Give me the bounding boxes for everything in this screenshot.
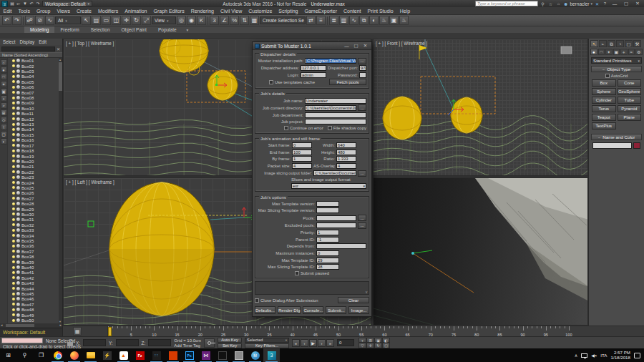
menu-civil-view[interactable]: Civil View [217,9,245,14]
visibility-bulb-icon[interactable] [12,197,15,200]
workspace-dropdown[interactable]: Workspace: Default [42,1,92,6]
zoom-extents-icon[interactable]: ▣ [374,338,382,343]
time-slider-handle[interactable] [108,327,112,336]
redo-icon[interactable]: ↷ [12,16,21,25]
dispatcher-address-field[interactable]: 127.0.0.1 [301,65,326,71]
list-item[interactable]: Box19 [8,153,59,158]
password-field[interactable] [359,72,366,78]
ribbon-tab-selection[interactable]: Selection [85,26,116,33]
list-item[interactable]: Box17 [8,143,59,148]
angle-snap-icon[interactable]: ∠ [220,16,229,25]
visibility-bulb-icon[interactable] [12,245,15,248]
tab-modify[interactable]: ⌁ [599,40,607,47]
next-frame-button[interactable]: › [318,339,326,347]
list-item[interactable]: Box50 [8,318,59,323]
visibility-bulb-icon[interactable] [12,86,15,89]
visibility-bulb-icon[interactable] [12,64,15,67]
selection-region-icon[interactable]: ▭ [102,16,111,25]
orbit-icon[interactable]: ↻ [374,343,382,348]
explorer-menu-select[interactable]: Select [3,39,16,44]
taskbar-visual-studio-icon[interactable]: ⋈ [197,348,214,362]
visibility-bulb-icon[interactable] [12,202,15,205]
visibility-bulb-icon[interactable] [12,223,15,226]
go-start-button[interactable]: « [292,339,300,347]
tab-display[interactable]: ▢ [625,40,633,47]
mirror-icon[interactable]: ⇄ [306,16,316,25]
list-item[interactable]: Box29 [8,206,59,211]
cylinder-button[interactable]: Cylinder [592,97,616,104]
visibility-bulb-icon[interactable] [12,218,15,221]
display-bones-icon[interactable]: ⌇ [1,124,7,130]
list-item[interactable]: Box12 [8,116,59,121]
torus-button[interactable]: Torus [592,105,616,112]
visibility-bulb-icon[interactable] [12,150,15,152]
scale-icon[interactable]: ⤢ [142,16,151,25]
pan-icon[interactable]: ✛ [366,343,374,348]
taskbar-chrome-icon[interactable] [49,348,66,362]
list-item[interactable]: Box02 [8,63,59,68]
list-item[interactable]: Box43 [8,280,59,285]
display-none-icon[interactable]: ○ [1,59,7,66]
spinner-snap-icon[interactable]: ⇅ [240,16,249,25]
by-frame-field[interactable]: 1 [292,156,312,162]
visibility-bulb-icon[interactable] [12,207,15,210]
console-button[interactable]: Console... [303,306,323,314]
list-item[interactable]: Box06 [8,84,59,89]
select-by-name-icon[interactable]: ▤ [92,16,101,25]
submit-paused-checkbox[interactable] [295,271,299,275]
curve-editor-icon[interactable]: ∿ [349,16,358,25]
visibility-bulb-icon[interactable] [12,97,15,99]
taskbar-file-explorer-icon[interactable] [82,348,99,362]
maximum-instances-field[interactable]: 0 [316,250,339,256]
x-coordinate-field[interactable] [83,339,106,346]
previous-frame-button[interactable]: ‹ [301,339,308,347]
visibility-bulb-icon[interactable] [12,144,15,147]
key-filters-button[interactable]: Key Filters... [245,343,289,348]
visibility-bulb-icon[interactable] [12,139,15,142]
visibility-bulb-icon[interactable] [12,123,15,126]
taskbar-remote-app-icon[interactable]: ∷ [148,348,165,362]
visibility-bulb-icon[interactable] [12,107,15,109]
category-systems[interactable]: ⚙ [635,49,643,55]
category-shapes[interactable]: ◠ [598,49,605,55]
help-menu-icon[interactable]: ? [602,1,608,6]
category-cameras[interactable]: ▣ [613,49,620,55]
continue-on-error-checkbox[interactable] [284,126,288,130]
height-field[interactable]: 480 [336,150,356,155]
zoom-icon[interactable]: + [358,338,366,343]
explorer-menu-edit[interactable]: Edit [39,39,47,44]
display-groups-icon[interactable]: ⊞ [1,109,7,116]
selection-filter-dropdown[interactable]: All [55,16,81,24]
schematic-view-icon[interactable]: ⧉ [359,16,369,25]
end-frame-field[interactable]: 100 [292,150,312,155]
list-item[interactable]: Box05 [8,79,59,84]
list-item[interactable]: Box30 [8,212,59,217]
tray-expand-icon[interactable]: ∧ [575,353,578,358]
zoom-all-icon[interactable]: ⊞ [366,338,374,343]
taskbar-start-button[interactable]: ⊞ [0,348,16,362]
tube-button[interactable]: Tube [618,97,642,104]
object-name-field[interactable] [592,142,632,149]
category-geometry[interactable]: ● [590,49,597,55]
visibility-bulb-icon[interactable] [12,128,15,131]
geosphere-button[interactable]: GeoSphere [618,88,642,95]
visibility-bulb-icon[interactable] [12,240,15,243]
list-item[interactable]: Box46 [8,296,59,301]
menu-graph-editors[interactable]: Graph Editors [150,9,187,14]
list-item[interactable]: Box35 [8,238,59,243]
excluded-pools-field[interactable] [316,222,356,228]
list-item[interactable]: Box38 [8,254,59,259]
list-item[interactable]: Box49 [8,313,59,318]
auto-key-button[interactable]: Auto Key [218,338,242,343]
taskbar-sharex-icon[interactable]: ⚡ [99,348,115,362]
taskbar-muster-icon[interactable]: M [247,348,263,362]
list-item[interactable]: Box11 [8,111,59,116]
viewport-left-label[interactable]: [ + ] [ Left ] [ Wireframe ] [66,180,114,185]
clock[interactable]: 2:57 PM 1/18/2018 [610,351,630,361]
display-containers-icon[interactable]: ▢ [1,131,7,137]
explorer-horizontal-scrollbar[interactable] [0,323,62,328]
dialog-minimize-button[interactable]: — [343,44,351,49]
visibility-bulb-icon[interactable] [12,176,15,179]
user-account-menu[interactable]: ☻bernacler▾ [563,1,592,6]
menu-views[interactable]: Views [54,9,74,14]
